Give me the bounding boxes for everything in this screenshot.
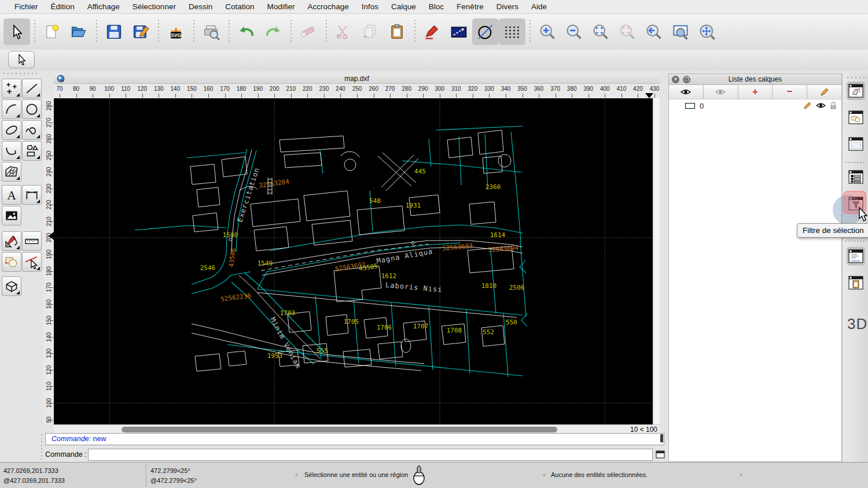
construction-mode-button[interactable] [472, 19, 499, 45]
polygon-tool-button[interactable] [22, 141, 42, 161]
polyline-tool-button[interactable] [2, 141, 21, 161]
zoom-previous-button[interactable] [641, 19, 667, 45]
map-parcel-label: 1705 [344, 318, 359, 326]
menu-item-fichier[interactable]: Fichier [8, 2, 45, 11]
select-pointer-button[interactable] [3, 19, 30, 45]
cut-button[interactable] [330, 19, 357, 45]
text-tool-button[interactable]: A [2, 185, 21, 205]
drafting-rect-button[interactable] [446, 19, 472, 45]
zoom-selection-button[interactable] [614, 19, 641, 45]
ruler-number: 410 [617, 86, 627, 92]
modify-shapes-button[interactable] [2, 252, 21, 272]
menu-item-calque[interactable]: Calque [385, 2, 422, 11]
dock-handle[interactable] [3, 72, 39, 75]
layer-list-toggle[interactable] [847, 168, 865, 186]
menu-item-infos[interactable]: Infos [355, 2, 385, 11]
save-as-button[interactable] [127, 19, 154, 45]
menu-item-divers[interactable]: Divers [490, 2, 525, 11]
image-tool-button[interactable] [2, 206, 21, 225]
redo-button[interactable] [260, 19, 286, 45]
undo-button[interactable] [233, 19, 260, 45]
menu-item-edition[interactable]: Édition [45, 2, 81, 11]
drawing-window-titlebar[interactable]: map.dxf [54, 73, 660, 84]
menu-item-accrochage[interactable]: Accrochage [301, 2, 355, 11]
clipboard-panel-toggle[interactable] [847, 273, 865, 292]
active-tool-button[interactable] [8, 51, 35, 68]
spline-tool-button[interactable] [22, 120, 42, 140]
eye-closed-icon [715, 88, 726, 95]
ellipse-tool-button[interactable] [2, 120, 21, 140]
command-dock-handle[interactable] [39, 434, 44, 461]
empty-window-icon [848, 137, 863, 151]
draw-order-button[interactable] [419, 19, 446, 45]
hatch-tool-button[interactable] [2, 162, 21, 182]
open-file-button[interactable] [65, 19, 92, 45]
svg-export-button[interactable]: SVG [163, 19, 189, 45]
3d-tool-button[interactable] [2, 276, 21, 296]
remove-layer-button[interactable]: − [773, 85, 807, 99]
zoom-auto-button[interactable] [587, 19, 614, 45]
zoom-window-button[interactable] [667, 19, 694, 45]
arc-tool-button[interactable] [2, 99, 21, 119]
measure-tool-button[interactable] [22, 231, 42, 251]
block-list-toggle[interactable] [847, 108, 865, 127]
command-history[interactable]: Commande: new [45, 433, 664, 445]
command-widget-toggle[interactable] [847, 135, 865, 153]
circle-tool-button[interactable] [22, 99, 42, 119]
menu-item-modifier[interactable]: Modifier [260, 2, 301, 11]
layer-visible-eye-icon[interactable] [816, 102, 826, 109]
add-layer-button[interactable]: + [738, 85, 773, 99]
map-parcel-label: 550 [506, 319, 517, 326]
command-window-button[interactable] [654, 449, 667, 461]
ruler-number: 190 [253, 86, 263, 92]
menu-item-dessin[interactable]: Dessin [182, 2, 219, 11]
dock-handle[interactable] [847, 76, 865, 79]
ruler-tick [50, 386, 53, 387]
edit-layer-button[interactable] [807, 85, 841, 99]
modify-tool-button[interactable] [2, 231, 21, 251]
print-preview-button[interactable] [198, 19, 225, 45]
ruler-tick [192, 94, 192, 98]
new-file-button[interactable] [39, 19, 65, 45]
menu-item-cotation[interactable]: Cotation [219, 2, 260, 11]
save-button[interactable] [101, 19, 127, 45]
command-input[interactable] [88, 449, 653, 461]
zoom-out-button[interactable] [561, 19, 587, 45]
layer-lock-icon[interactable] [830, 102, 837, 110]
command-history-scrollbar[interactable] [660, 434, 663, 442]
float-panel-icon[interactable]: ❐ [683, 76, 690, 83]
select-entity-button[interactable] [22, 252, 42, 272]
menu-item-affichage[interactable]: Affichage [81, 2, 126, 11]
zoom-pan-button[interactable] [694, 19, 720, 45]
ruler-number: 260 [369, 86, 378, 92]
zoom-in-button[interactable] [534, 19, 561, 45]
copy-button[interactable] [357, 19, 384, 45]
command-history-toggle[interactable] [847, 247, 865, 265]
absolute-coordinates: 427.0269,201.7333 [3, 467, 58, 474]
vertical-scrollbar[interactable] [653, 98, 660, 424]
layer-row[interactable]: 0 [669, 99, 841, 112]
layer-edit-pencil-icon[interactable] [803, 101, 812, 110]
grid-toggle-button[interactable] [499, 19, 525, 45]
menu-item-aide[interactable]: Aide [525, 2, 553, 11]
drawing-canvas[interactable]: 4452360548193116141580254615494350516121… [54, 98, 660, 424]
show-all-layers-button[interactable] [669, 85, 704, 99]
horizontal-scrollbar-thumb[interactable] [122, 427, 557, 432]
toolbar-separator [845, 161, 866, 164]
menu-item-fenetre[interactable]: Fenêtre [450, 2, 490, 11]
dimension-tool-button[interactable] [22, 185, 42, 205]
paste-button[interactable] [384, 19, 410, 45]
ruler-tick [50, 420, 53, 420]
ruler-tick [654, 94, 655, 98]
3d-workspace-label[interactable]: 3D [847, 315, 867, 333]
library-browser-toggle[interactable] [847, 82, 865, 100]
delete-button[interactable] [295, 19, 322, 45]
hide-all-layers-button[interactable] [704, 85, 738, 99]
ruler-number: 290 [418, 86, 428, 92]
menu-item-selectionner[interactable]: Sélectionner [126, 2, 182, 11]
menu-item-bloc[interactable]: Bloc [422, 2, 450, 11]
line-tool-button[interactable] [22, 79, 42, 98]
eraser-icon [300, 23, 317, 40]
close-icon[interactable]: ✕ [672, 76, 679, 83]
points-tool-button[interactable] [2, 79, 21, 98]
